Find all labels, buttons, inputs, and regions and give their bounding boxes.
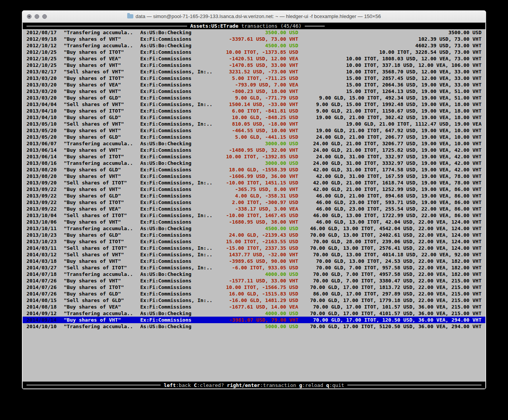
key-hint-action: :quit	[329, 382, 344, 388]
transaction-row[interactable]: 2013/10/11"Transfering accumula..As:US:B…	[23, 225, 485, 232]
transaction-row[interactable]: 2013/09/22"Buy shares of GLD"Ex:Fi:Commi…	[23, 193, 485, 199]
traffic-lights	[27, 14, 47, 19]
transaction-row[interactable]: 2013/10/06"Buy shares of VHT"Ex:Fi:Commi…	[23, 219, 485, 225]
transaction-row[interactable]: 2014/08/18"Buy shares of VEA"Ex:Fi:Commi…	[23, 304, 485, 310]
transaction-row[interactable]: 2013/09/22"Buy shares of ITOT"Ex:Fi:Comm…	[23, 199, 485, 206]
txn-other-accounts: Ex:Fi:Commissions	[140, 317, 214, 323]
minimize-button[interactable]	[35, 14, 39, 19]
transaction-row[interactable]: 2013/09/22"Buy shares of VEA"Ex:Fi:Commi…	[23, 206, 485, 212]
transaction-row[interactable]: 2012/10/25"Buy shares of ITOT"Ex:Fi:Comm…	[23, 49, 485, 55]
transaction-row[interactable]: 2013/08/20"Buy shares of VHT"Ex:Fi:Commi…	[23, 173, 485, 179]
txn-description: "Buy shares of VEA"	[64, 304, 134, 310]
txn-other-accounts: Ex:Fi:Commissions	[140, 55, 214, 62]
txn-change-amount: -1577.11 USD, 33.00 VHT	[214, 277, 298, 284]
key-hint-action: :transaction	[260, 382, 299, 388]
transaction-row[interactable]: 2014/03/18"Buy shares of VHT"Ex:Fi:Commi…	[23, 258, 485, 264]
screen-title-rest: transactions (45/46)	[238, 23, 301, 29]
transaction-row[interactable]: 2013/05/10"Sell shares of VHT"Ex:Fi:Comm…	[23, 121, 485, 127]
transaction-row[interactable]: 2013/09/22"Buy shares of VHT"Ex:Fi:Commi…	[23, 186, 485, 193]
txn-date: 2013/06/14	[27, 153, 57, 160]
txn-description: "Buy shares of VHT"	[64, 277, 134, 284]
transaction-row[interactable]: 2014/08/15"Sell shares of GLD"Ex:Fi:Comm…	[23, 297, 485, 304]
transaction-row[interactable]: 2013/06/14"Buy shares of ITOT"Ex:Fi:Comm…	[23, 153, 485, 160]
txn-balance: 70.00 GLD, 17.00 ITOT, 5120.50 USD, 36.0…	[298, 323, 481, 330]
close-button[interactable]	[27, 14, 32, 19]
transaction-row[interactable]: 2014/07/26"Buy shares of GLD"Ex:Fi:Commi…	[23, 291, 485, 297]
txn-date: 2013/09/22	[27, 193, 57, 199]
txn-date: 2013/09/22	[27, 186, 57, 193]
txn-date: 2013/06/07	[27, 140, 57, 147]
txn-change-amount: 10.00 ITOT, -1373.85 USD	[214, 49, 298, 55]
txn-balance: 70.00 GLD, 28.00 ITOT, 239.06 USD, 22.00…	[298, 238, 481, 245]
transaction-row[interactable]: 2013/09/20"Sell shares of ITOT"Ex:Fi:Com…	[23, 179, 485, 186]
txn-description: "Buy shares of VHT"	[64, 173, 134, 179]
transaction-row[interactable]: 2014/03/27"Sell shares of ITOT"Ex:Fi:Com…	[23, 264, 485, 271]
txn-description: "Buy shares of GLD"	[64, 134, 134, 140]
txn-other-accounts: Ex:Fi:Commissions	[140, 173, 214, 179]
txn-date: 2013/10/06	[27, 219, 57, 225]
transaction-row[interactable]: 2014/09/12"Transfering accumula..As:US:B…	[23, 310, 485, 317]
transaction-row[interactable]: 2013/04/10"Buy shares of GLD"Ex:Fi:Commi…	[23, 114, 485, 121]
txn-balance: 24.00 GLD, 21.00 ITOT, 206.77 USD, 19.00…	[298, 134, 481, 140]
transaction-row[interactable]: 2012/10/25"Buy shares of VHT"Ex:Fi:Commi…	[23, 62, 485, 68]
txn-other-accounts: Ex:Fi:Commissions	[140, 304, 214, 310]
transaction-row[interactable]: 2013/02/17"Sell shares of VHT"Ex:Fi:Comm…	[23, 68, 485, 75]
transaction-row[interactable]: 2013/10/04"Sell shares of ITOT"Ex:Fi:Com…	[23, 212, 485, 219]
transaction-row[interactable]: 2013/03/20"Buy shares of GLD"Ex:Fi:Commi…	[23, 95, 485, 101]
transaction-row[interactable]: 2012/10/25"Buy shares of VEA"Ex:Fi:Commi…	[23, 55, 485, 62]
transaction-row[interactable]: 2012/09/18"Buy shares of VHT"Ex:Fi:Commi…	[23, 36, 485, 42]
txn-date: 2013/02/17	[27, 68, 57, 75]
txn-other-accounts: Ex:Fi:Commissions, In:..	[140, 251, 214, 258]
transaction-row[interactable]: 2013/03/20"Buy shares of VHT"Ex:Fi:Commi…	[23, 88, 485, 95]
window-titlebar[interactable]: data — simon@pool-71-165-239-133.lsanca.…	[22, 10, 486, 23]
txn-change-amount: 5.00 GLD, -441.15 USD	[214, 134, 298, 140]
txn-other-accounts: Ex:Fi:Commissions	[140, 284, 214, 291]
txn-date: 2013/09/22	[27, 206, 57, 212]
transaction-row[interactable]: 2013/10/23"Buy shares of ITOT"Ex:Fi:Comm…	[23, 238, 485, 245]
txn-description: "Sell shares of ITOT"	[64, 179, 134, 186]
txn-description: "Sell shares of VHT"	[64, 251, 134, 258]
txn-change-amount: -6.00 ITOT, 933.05 USD	[214, 264, 298, 271]
txn-description: "Buy shares of VHT"	[64, 62, 134, 68]
txn-balance: 24.00 GLD, 21.00 ITOT, 3206.77 USD, 19.0…	[298, 140, 481, 147]
transaction-row[interactable]: 2013/04/10"Buy shares of ITOT"Ex:Fi:Comm…	[23, 108, 485, 114]
txn-change-amount: 5000.00 USD	[214, 323, 298, 330]
transaction-row[interactable]: 2013/05/20"Buy shares of VHT"Ex:Fi:Commi…	[23, 127, 485, 134]
transaction-row[interactable]: 2013/10/23"Buy shares of GLD"Ex:Fi:Commi…	[23, 232, 485, 238]
transaction-row[interactable]: 2014/07/26"Buy shares of VHT"Ex:Fi:Commi…	[23, 277, 485, 284]
txn-balance: 9.00 GLD, 21.00 ITOT, 1150.67 USD, 19.00…	[298, 108, 481, 114]
transaction-row[interactable]: 2013/03/20"Buy shares of ITOT"Ex:Fi:Comm…	[23, 75, 485, 81]
transaction-row[interactable]: 2013/08/20"Buy shares of GLD"Ex:Fi:Commi…	[23, 166, 485, 173]
key-hint-key: q	[326, 382, 329, 388]
key-hint-action: :cleared?	[197, 382, 227, 388]
transaction-row[interactable]: 2014/03/11"Sell shares of ITOT"Ex:Fi:Com…	[23, 245, 485, 251]
key-hint-action: :reload	[302, 382, 326, 388]
transaction-row[interactable]: 2013/06/14"Buy shares of VHT"Ex:Fi:Commi…	[23, 147, 485, 153]
txn-date: 2014/08/15	[27, 297, 57, 304]
txn-balance: 70.00 GLD, 7.00 ITOT, 3380.47 USD, 22.00…	[298, 277, 481, 284]
transaction-row[interactable]: 2014/07/18"Transfering accumula..As:US:B…	[23, 271, 485, 277]
transaction-row-selected[interactable]: 2014/09/14"Buy shares of VHT"Ex:Fi:Commi…	[23, 317, 485, 323]
folder-icon	[127, 14, 133, 18]
zoom-button[interactable]	[42, 14, 47, 19]
transaction-row[interactable]: 2013/03/20"Buy shares of VEA"Ex:Fi:Commi…	[23, 81, 485, 88]
txn-date: 2013/05/20	[27, 134, 57, 140]
transaction-row[interactable]: 2013/05/20"Buy shares of GLD"Ex:Fi:Commi…	[23, 134, 485, 140]
transaction-row[interactable]: 2013/06/07"Transfering accumula..As:US:B…	[23, 140, 485, 147]
transaction-row[interactable]: 2013/04/04"Sell shares of VHT"Ex:Fi:Comm…	[23, 101, 485, 108]
txn-balance: 15.00 ITOT, 1264.13 USD, 19.00 VEA, 51.0…	[298, 88, 481, 95]
transaction-row[interactable]: 2012/08/17"Transfering accumula..As:US:B…	[23, 29, 485, 36]
transaction-row[interactable]: 2014/07/26"Buy shares of ITOT"Ex:Fi:Comm…	[23, 284, 485, 291]
txn-balance: 10.00 ITOT, 3568.70 USD, 12.00 VEA, 33.0…	[298, 68, 481, 75]
txn-date: 2014/07/26	[27, 291, 57, 297]
transaction-row[interactable]: 2013/08/16"Transfering accumula..As:US:B…	[23, 160, 485, 166]
txn-change-amount: -800.23 USD, 18.00 VHT	[214, 88, 298, 95]
txn-other-accounts: Ex:Fi:Commissions	[140, 75, 214, 81]
transaction-row[interactable]: 2014/10/10"Transfering accumula..As:US:B…	[23, 323, 485, 330]
txn-date: 2013/03/20	[27, 75, 57, 81]
transaction-row[interactable]: 2012/10/12"Transfering accumula..As:US:B…	[23, 42, 485, 49]
transaction-row[interactable]: 2014/03/12"Sell shares of VHT"Ex:Fi:Comm…	[23, 251, 485, 258]
txn-other-accounts: Ex:Fi:Commissions, In:..	[140, 179, 214, 186]
txn-balance: 19.00 GLD, 21.00 ITOT, 1112.47 USD, 19.0…	[298, 121, 481, 127]
txn-change-amount: 3000.00 USD	[214, 160, 298, 166]
